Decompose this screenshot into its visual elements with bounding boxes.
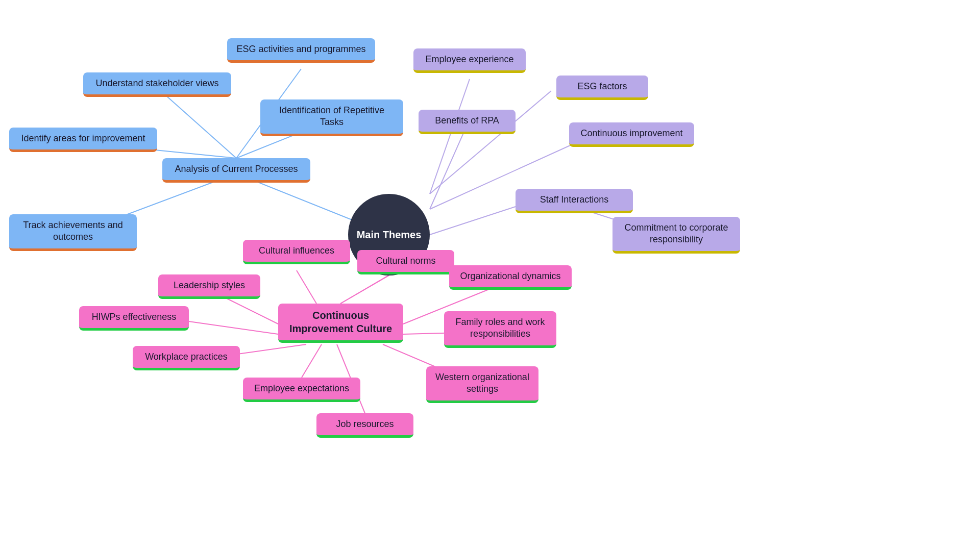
- node-hiwps: HIWPs effectiveness: [79, 306, 189, 331]
- node-continuous-improvement: Continuous improvement: [569, 122, 694, 147]
- node-staff-interactions: Staff Interactions: [516, 189, 633, 213]
- node-commitment-corporate: Commitment to corporate responsibility: [612, 217, 740, 254]
- node-id-repetitive: Identification of Repetitive Tasks: [260, 99, 403, 136]
- node-cultural-norms: Cultural norms: [357, 250, 454, 274]
- node-job-resources: Job resources: [316, 413, 413, 438]
- node-western-org: Western organizational settings: [426, 366, 538, 403]
- svg-line-17: [189, 321, 278, 334]
- node-family-roles: Family roles and work responsibilities: [444, 311, 556, 348]
- node-esg-activities: ESG activities and programmes: [227, 38, 375, 63]
- node-employee-expectations: Employee expectations: [243, 378, 360, 402]
- node-employee-experience: Employee experience: [413, 48, 526, 73]
- node-esg-factors: ESG factors: [556, 76, 648, 100]
- node-analysis-current: Analysis of Current Processes: [162, 158, 310, 183]
- svg-line-6: [430, 79, 470, 194]
- svg-line-8: [430, 125, 467, 209]
- node-benefits-rpa: Benefits of RPA: [419, 110, 516, 134]
- node-identify-improvement: Identify areas for improvement: [9, 128, 157, 152]
- node-cultural-influences: Cultural influences: [243, 240, 350, 264]
- svg-line-2: [157, 88, 236, 158]
- node-continuous-improvement-culture: Continuous Improvement Culture: [278, 304, 403, 343]
- node-workplace-practices: Workplace practices: [133, 346, 240, 370]
- svg-line-7: [430, 91, 551, 194]
- svg-line-12: [340, 276, 389, 304]
- node-leadership-styles: Leadership styles: [158, 274, 260, 299]
- svg-line-21: [302, 344, 322, 378]
- svg-line-10: [430, 207, 516, 235]
- svg-line-13: [297, 270, 316, 304]
- node-org-dynamics: Organizational dynamics: [449, 265, 572, 290]
- node-understand-stakeholder: Understand stakeholder views: [83, 72, 231, 97]
- mind-map: Main Themes ESG activities and programme…: [0, 0, 980, 551]
- node-track-achievements: Track achievements and outcomes: [9, 214, 137, 251]
